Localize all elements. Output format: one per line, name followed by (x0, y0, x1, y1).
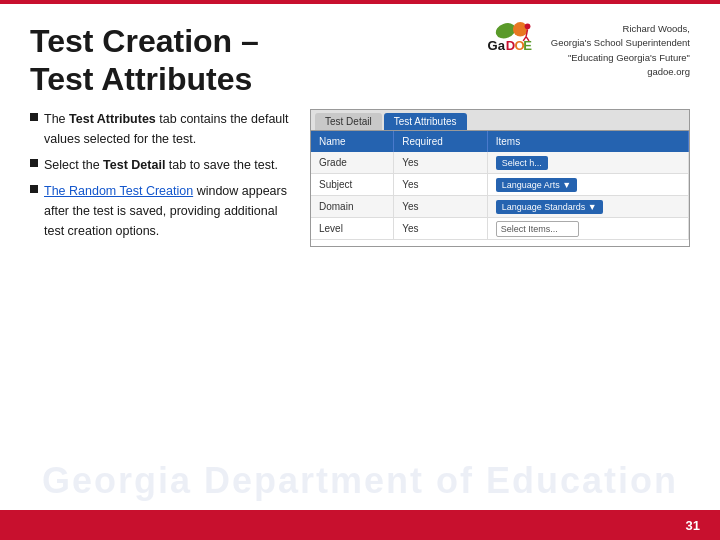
row-required-domain: Yes (394, 195, 487, 217)
col-required: Required (394, 131, 487, 152)
author-name: Richard Woods, (551, 22, 690, 36)
subject-select[interactable]: Language Arts ▼ (496, 178, 577, 192)
title-line1: Test Creation – (30, 22, 259, 60)
author-quote: "Educating Georgia's Future" (551, 51, 690, 65)
row-name-subject: Subject (311, 173, 394, 195)
tab-test-attributes[interactable]: Test Attributes (384, 113, 467, 130)
bold-test-detail: Test Detail (103, 158, 165, 172)
level-select[interactable]: Select Items... (496, 221, 579, 237)
bullet-text-3: The Random Test Creation window appears … (44, 181, 290, 241)
main-content: The Test Attributes tab contains the def… (0, 109, 720, 247)
bottom-watermark: Georgia Department of Education (0, 460, 720, 502)
grade-select[interactable]: Select h... (496, 156, 548, 170)
attributes-table: Name Required Items Grade Yes Select h..… (311, 131, 689, 240)
row-required-subject: Yes (394, 173, 487, 195)
header-info: Richard Woods, Georgia's School Superint… (551, 22, 690, 79)
bullet-text-2: Select the Test Detail tab to save the t… (44, 155, 290, 175)
mockup-panel: Test Detail Test Attributes Name Require… (310, 109, 690, 247)
logo-area: Ga D O E Richard Woods, Georgia's School… (483, 22, 690, 79)
bullet-text-1: The Test Attributes tab contains the def… (44, 109, 290, 149)
table-row: Grade Yes Select h... (311, 152, 689, 174)
svg-point-2 (524, 23, 530, 29)
row-item-domain: Language Standards ▼ (487, 195, 688, 217)
header-title: Test Creation – Test Attributes (30, 22, 259, 99)
row-required-level: Yes (394, 217, 487, 239)
footer-bar: 31 (0, 510, 720, 540)
row-item-subject: Language Arts ▼ (487, 173, 688, 195)
svg-text:E: E (523, 38, 532, 53)
row-name-domain: Domain (311, 195, 394, 217)
bold-test-attributes: Test Attributes (69, 112, 156, 126)
bullet-icon (30, 113, 38, 121)
row-name-grade: Grade (311, 152, 394, 174)
bullet-icon (30, 159, 38, 167)
bullet-list: The Test Attributes tab contains the def… (30, 109, 290, 241)
left-panel: The Test Attributes tab contains the def… (30, 109, 290, 247)
page-number: 31 (686, 518, 700, 533)
row-required-grade: Yes (394, 152, 487, 174)
list-item: The Test Attributes tab contains the def… (30, 109, 290, 149)
title-line2: Test Attributes (30, 60, 259, 98)
tab-bar: Test Detail Test Attributes (311, 110, 689, 131)
list-item: Select the Test Detail tab to save the t… (30, 155, 290, 175)
row-item-level: Select Items... (487, 217, 688, 239)
author-role: Georgia's School Superintendent (551, 36, 690, 50)
row-name-level: Level (311, 217, 394, 239)
random-test-creation-link[interactable]: The Random Test Creation (44, 184, 193, 198)
row-item-grade: Select h... (487, 152, 688, 174)
table-row: Domain Yes Language Standards ▼ (311, 195, 689, 217)
tab-test-detail[interactable]: Test Detail (315, 113, 382, 130)
website: gadoe.org (551, 65, 690, 79)
bullet-icon (30, 185, 38, 193)
gadoe-logo: Ga D O E (483, 22, 543, 62)
svg-point-1 (513, 22, 528, 37)
col-name: Name (311, 131, 394, 152)
domain-select[interactable]: Language Standards ▼ (496, 200, 603, 214)
table-header-row: Name Required Items (311, 131, 689, 152)
col-items: Items (487, 131, 688, 152)
table-row: Level Yes Select Items... (311, 217, 689, 239)
header: Test Creation – Test Attributes Ga D O E… (0, 4, 720, 109)
list-item: The Random Test Creation window appears … (30, 181, 290, 241)
svg-text:Ga: Ga (487, 38, 505, 53)
table-row: Subject Yes Language Arts ▼ (311, 173, 689, 195)
